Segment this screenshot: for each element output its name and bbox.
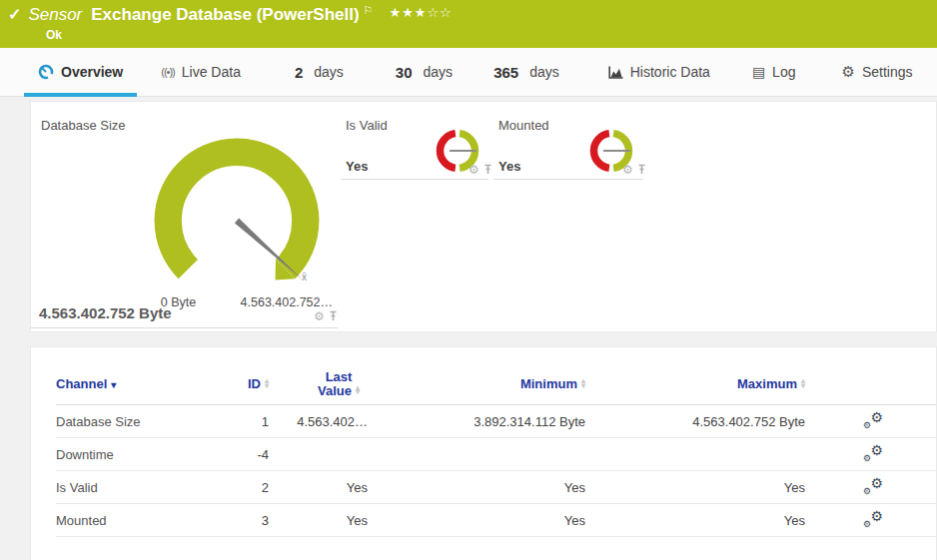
tab-label: Live Data xyxy=(182,64,241,80)
gauges-panel: Database Size x̄ 0 Byte 4.563.402.752… 4… xyxy=(30,101,937,332)
tab-number: 2 xyxy=(295,64,303,81)
tab-bar: Overview ((•)) Live Data 2days 30days 36… xyxy=(0,48,937,97)
gauge-title-database-size: Database Size xyxy=(41,118,126,133)
log-icon: ▤ xyxy=(752,64,765,80)
sensor-header: ✓ Sensor Exchange Database (PowerShell) … xyxy=(0,0,937,48)
column-header-maximum[interactable]: Maximum▴▾ xyxy=(585,376,805,391)
sensor-title: Exchange Database (PowerShell) xyxy=(91,5,359,25)
channel-maximum: Yes xyxy=(585,480,805,495)
tab-label: Log xyxy=(772,64,795,80)
sort-active-icon: ▾ xyxy=(111,379,116,390)
pin-icon[interactable] xyxy=(636,161,647,179)
channel-minimum: Yes xyxy=(371,513,585,528)
table-row: Mounted 3 Yes Yes Yes ⚙⚙ xyxy=(56,504,936,537)
tab-label: Overview xyxy=(61,64,123,80)
channel-last-value: Yes xyxy=(276,480,371,495)
channel-settings-icon[interactable]: ⚙⚙ xyxy=(863,411,883,429)
gear-icon[interactable]: ⚙ xyxy=(468,164,479,176)
channel-maximum: Yes xyxy=(585,513,805,528)
column-header-id[interactable]: ID▴▾ xyxy=(216,376,276,391)
gauge-icon xyxy=(38,64,54,80)
table-row: Database Size 1 4.563.402… 3.892.314.112… xyxy=(56,405,936,438)
gear-icon[interactable]: ⚙ xyxy=(622,164,633,176)
column-header-channel[interactable]: Channel▾ xyxy=(56,376,216,391)
avg-marker: x̄ xyxy=(302,272,307,282)
column-header-minimum[interactable]: Minimum▴▾ xyxy=(371,376,585,391)
channel-name[interactable]: Database Size xyxy=(56,414,216,429)
flag-icon[interactable]: ⚐ xyxy=(364,4,374,17)
column-header-last-value[interactable]: Last Value▴▾ xyxy=(276,370,371,398)
gear-icon[interactable]: ⚙ xyxy=(314,310,325,322)
live-data-icon: ((•)) xyxy=(161,66,175,78)
tab-historic-data[interactable]: Historic Data xyxy=(608,48,710,97)
channel-id: 1 xyxy=(216,414,276,429)
tab-label: Settings xyxy=(862,64,913,80)
tile-divider xyxy=(493,179,643,180)
tab-label: days xyxy=(529,64,559,80)
table-row: Is Valid 2 Yes Yes Yes ⚙⚙ xyxy=(56,471,936,504)
sort-icon: ▴▾ xyxy=(265,379,269,388)
channels-panel: Channel▾ ID▴▾ Last Value▴▾ Minimum▴▾ Max… xyxy=(30,346,937,560)
gauge-max-label: 4.563.402.752… xyxy=(191,295,333,309)
tab-log[interactable]: ▤ Log xyxy=(752,48,796,97)
channel-last-value: Yes xyxy=(276,513,371,528)
status-check-icon: ✓ xyxy=(8,5,21,24)
channel-minimum: 3.892.314.112 Byte xyxy=(371,414,585,429)
tab-label: days xyxy=(424,64,454,80)
channel-minimum: Yes xyxy=(371,480,585,495)
database-size-gauge xyxy=(151,135,323,306)
sort-icon: ▴▾ xyxy=(581,379,585,388)
channel-settings-icon[interactable]: ⚙⚙ xyxy=(863,444,883,462)
tab-settings[interactable]: ⚙ Settings xyxy=(841,48,912,97)
pin-icon[interactable] xyxy=(328,307,339,325)
sensor-status-text: Ok xyxy=(46,28,62,42)
tab-label: days xyxy=(314,64,344,80)
channel-id: 2 xyxy=(216,480,276,495)
settings-gear-icon: ⚙ xyxy=(841,63,854,81)
channel-last-value: 4.563.402… xyxy=(276,414,371,429)
tile-divider xyxy=(31,327,338,328)
tab-365-days[interactable]: 365days xyxy=(493,48,559,97)
channel-name[interactable]: Mounted xyxy=(56,513,216,528)
gauge-title-is-valid: Is Valid xyxy=(346,118,388,133)
channel-table: Channel▾ ID▴▾ Last Value▴▾ Minimum▴▾ Max… xyxy=(31,347,936,537)
table-row: Downtime -4 ⚙⚙ xyxy=(56,438,936,471)
mounted-value: Yes xyxy=(498,159,520,174)
table-header-row: Channel▾ ID▴▾ Last Value▴▾ Minimum▴▾ Max… xyxy=(56,347,936,405)
channel-settings-icon[interactable]: ⚙⚙ xyxy=(863,510,883,528)
pin-icon[interactable] xyxy=(482,161,493,179)
stars-filled: ★★★ xyxy=(389,5,427,20)
database-size-value: 4.563.402.752 Byte xyxy=(39,304,172,321)
tab-overview[interactable]: Overview xyxy=(24,48,137,97)
channel-id: -4 xyxy=(216,447,276,462)
sensor-kicker: Sensor xyxy=(28,5,82,25)
channel-id: 3 xyxy=(216,513,276,528)
tab-number: 365 xyxy=(493,64,518,81)
channel-name[interactable]: Downtime xyxy=(56,447,216,462)
is-valid-value: Yes xyxy=(346,159,368,174)
tab-label: Historic Data xyxy=(630,64,710,80)
historic-chart-icon xyxy=(608,66,623,79)
tab-30-days[interactable]: 30days xyxy=(396,48,453,97)
channel-maximum: 4.563.402.752 Byte xyxy=(585,414,805,429)
sort-icon: ▴▾ xyxy=(356,386,360,395)
tile-divider xyxy=(341,179,488,180)
tab-number: 30 xyxy=(396,64,413,81)
tab-2-days[interactable]: 2days xyxy=(295,48,344,97)
stars-empty: ☆☆ xyxy=(427,5,452,20)
sort-icon: ▴▾ xyxy=(801,379,805,388)
tab-live-data[interactable]: ((•)) Live Data xyxy=(161,48,241,97)
channel-settings-icon[interactable]: ⚙⚙ xyxy=(863,477,883,495)
channel-name[interactable]: Is Valid xyxy=(56,480,216,495)
priority-star-rating[interactable]: ★★★☆☆ xyxy=(389,5,452,20)
gauge-title-mounted: Mounted xyxy=(498,118,549,133)
